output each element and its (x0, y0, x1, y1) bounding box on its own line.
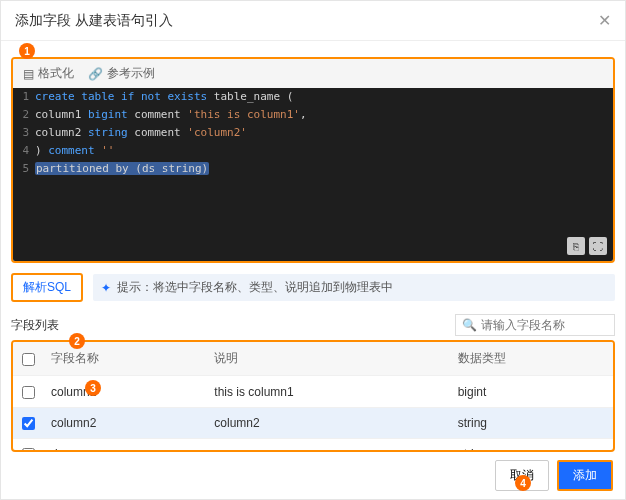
search-box[interactable]: 🔍 (455, 314, 615, 336)
field-table: 字段名称 说明 数据类型 column1this is column1bigin… (13, 342, 613, 452)
callout-badge-4: 4 (515, 475, 531, 491)
table-row[interactable]: column2column2string (13, 407, 613, 438)
format-button[interactable]: ▤ 格式化 (23, 65, 74, 82)
cell-name: column1 (43, 376, 206, 407)
add-button[interactable]: 添加 (557, 460, 613, 491)
modal: 1 2 3 4 添加字段 从建表语句引入 ✕ ▤ 格式化 🔗 参考示例 1cre… (0, 0, 626, 500)
sql-editor[interactable]: 1create table if not exists table_name (… (13, 88, 613, 261)
field-table-wrap: 字段名称 说明 数据类型 column1this is column1bigin… (11, 340, 615, 452)
fullscreen-icon[interactable]: ⛶ (589, 237, 607, 255)
modal-title: 添加字段 从建表语句引入 (15, 12, 173, 30)
editor-toolbar: ▤ 格式化 🔗 参考示例 (13, 59, 613, 88)
sql-editor-section: ▤ 格式化 🔗 参考示例 1create table if not exists… (11, 57, 615, 263)
callout-badge-1: 1 (19, 43, 35, 59)
format-label: 格式化 (38, 65, 74, 82)
parse-sql-button[interactable]: 解析SQL (11, 273, 83, 302)
cell-name: ds (43, 439, 206, 452)
table-row[interactable]: column1this is column1bigint (13, 376, 613, 407)
examples-label: 参考示例 (107, 65, 155, 82)
code-text: ) comment '' (35, 142, 613, 160)
cell-type: string (450, 407, 613, 438)
col-name: 字段名称 (43, 342, 206, 376)
callout-badge-3: 3 (85, 380, 101, 396)
code-text: column2 string comment 'column2' (35, 124, 613, 142)
list-title: 字段列表 (11, 317, 59, 334)
modal-header: 添加字段 从建表语句引入 ✕ (1, 1, 625, 41)
code-line: 2column1 bigint comment 'this is column1… (13, 106, 613, 124)
editor-corner-icons: ⎘ ⛶ (567, 237, 607, 255)
hint-bar: ✦ 提示：将选中字段名称、类型、说明追加到物理表中 (93, 274, 615, 301)
code-line: 4) comment '' (13, 142, 613, 160)
code-text: column1 bigint comment 'this is column1'… (35, 106, 613, 124)
select-all-checkbox[interactable] (22, 353, 35, 366)
search-icon: 🔍 (462, 318, 477, 332)
copy-icon[interactable]: ⎘ (567, 237, 585, 255)
gutter: 1 (13, 88, 35, 106)
gutter: 5 (13, 160, 35, 178)
cell-desc (206, 439, 449, 452)
col-type: 数据类型 (450, 342, 613, 376)
code-text: create table if not exists table_name ( (35, 88, 613, 106)
cell-type: string (450, 439, 613, 452)
cell-name: column2 (43, 407, 206, 438)
gutter: 2 (13, 106, 35, 124)
gutter: 3 (13, 124, 35, 142)
cell-desc: column2 (206, 407, 449, 438)
format-icon: ▤ (23, 67, 34, 81)
link-icon: 🔗 (88, 67, 103, 81)
row-checkbox[interactable] (22, 386, 35, 399)
row-checkbox[interactable] (22, 417, 35, 430)
gutter: 4 (13, 142, 35, 160)
search-input[interactable] (481, 318, 608, 332)
cell-desc: this is column1 (206, 376, 449, 407)
code-text: partitioned by (ds string) (35, 160, 613, 178)
table-header-row: 字段名称 说明 数据类型 (13, 342, 613, 376)
hint-text: 提示：将选中字段名称、类型、说明追加到物理表中 (117, 279, 393, 296)
close-button[interactable]: ✕ (598, 11, 611, 30)
list-header: 字段列表 🔍 (11, 314, 615, 336)
code-line: 1create table if not exists table_name ( (13, 88, 613, 106)
select-all-cell (13, 342, 43, 376)
callout-badge-2: 2 (69, 333, 85, 349)
hint-icon: ✦ (101, 281, 111, 295)
modal-footer: 取消 添加 (1, 452, 625, 499)
cell-type: bigint (450, 376, 613, 407)
parse-row: 解析SQL ✦ 提示：将选中字段名称、类型、说明追加到物理表中 (11, 273, 615, 302)
col-desc: 说明 (206, 342, 449, 376)
examples-button[interactable]: 🔗 参考示例 (88, 65, 155, 82)
code-line: 5partitioned by (ds string) (13, 160, 613, 178)
code-line: 3column2 string comment 'column2' (13, 124, 613, 142)
close-icon: ✕ (598, 12, 611, 29)
table-row[interactable]: dsstring (13, 439, 613, 452)
